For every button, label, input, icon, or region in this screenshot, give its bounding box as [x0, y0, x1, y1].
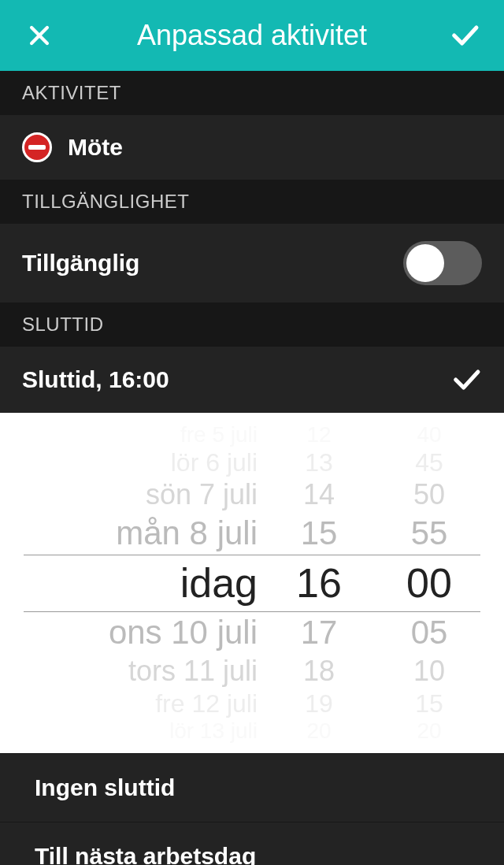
- picker-hour-selected: 16: [296, 555, 342, 611]
- activity-row[interactable]: Möte: [0, 115, 504, 180]
- picker-date-selected: idag: [20, 555, 264, 611]
- option-next-workday[interactable]: Till nästa arbetsdag: [0, 822, 504, 865]
- datetime-picker[interactable]: fre 5 juli lör 6 juli sön 7 juli mån 8 j…: [0, 413, 504, 753]
- option-no-endtime[interactable]: Ingen sluttid: [0, 753, 504, 822]
- picker-hour-column[interactable]: 12 13 14 15 16 17 18 19 20: [264, 413, 374, 753]
- endtime-row[interactable]: Sluttid, 16:00: [0, 347, 504, 413]
- picker-date-item: fre 12 juli: [20, 689, 264, 718]
- picker-hour-item: 15: [301, 512, 338, 555]
- picker-hour-item: 13: [305, 447, 333, 477]
- picker-hour-item: 18: [303, 654, 335, 689]
- activity-label: Möte: [68, 134, 123, 161]
- picker-min-item: 50: [413, 477, 445, 512]
- confirm-icon[interactable]: [449, 20, 480, 51]
- picker-date-item: ons 10 juli: [20, 611, 264, 654]
- section-header-activity: AKTIVITET: [0, 71, 504, 115]
- picker-min-item: 05: [411, 611, 448, 654]
- picker-hour-item: 14: [303, 477, 335, 512]
- picker-min-selected: 00: [406, 555, 452, 611]
- picker-date-item: fre 5 juli: [20, 422, 264, 447]
- picker-hour-item: 12: [306, 422, 331, 447]
- picker-min-item: 40: [417, 422, 441, 447]
- picker-hour-item: 19: [305, 689, 333, 718]
- check-icon: [450, 364, 482, 395]
- availability-label: Tillgänglig: [22, 250, 139, 277]
- picker-date-item: lör 13 juli: [20, 718, 264, 744]
- page-title: Anpassad aktivitet: [55, 19, 449, 52]
- section-header-endtime: SLUTTID: [0, 303, 504, 347]
- picker-date-item: mån 8 juli: [20, 512, 264, 555]
- picker-min-item: 45: [415, 447, 443, 477]
- picker-hour-item: 20: [306, 718, 331, 744]
- picker-min-item: 15: [415, 689, 443, 718]
- picker-min-item: 55: [411, 512, 448, 555]
- availability-row: Tillgänglig: [0, 224, 504, 303]
- section-header-availability: TILLGÄNGLIGHET: [0, 180, 504, 224]
- toggle-knob: [406, 244, 444, 282]
- picker-date-column[interactable]: fre 5 juli lör 6 juli sön 7 juli mån 8 j…: [20, 413, 264, 753]
- picker-min-item: 10: [413, 654, 445, 689]
- do-not-disturb-icon: [22, 132, 52, 162]
- picker-min-item: 20: [417, 718, 441, 744]
- picker-hour-item: 17: [301, 611, 338, 654]
- picker-minute-column[interactable]: 40 45 50 55 00 05 10 15 20: [374, 413, 484, 753]
- availability-toggle[interactable]: [403, 241, 482, 285]
- picker-date-item: tors 11 juli: [20, 654, 264, 689]
- picker-date-item: sön 7 juli: [20, 477, 264, 512]
- close-icon[interactable]: [24, 20, 55, 51]
- endtime-label: Sluttid, 16:00: [22, 366, 169, 393]
- header-bar: Anpassad aktivitet: [0, 0, 504, 71]
- picker-date-item: lör 6 juli: [20, 447, 264, 477]
